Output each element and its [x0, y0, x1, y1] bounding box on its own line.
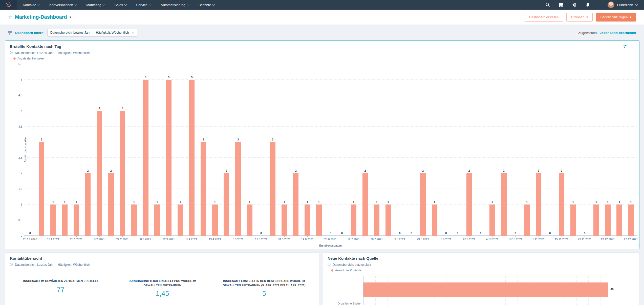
- bar[interactable]: [108, 173, 114, 236]
- bar[interactable]: [362, 173, 368, 236]
- filter-chip-frequency: Häufigkeit: Wöchentlich: [96, 31, 129, 34]
- assigned-permission-link[interactable]: Jeder kann bearbeiten: [600, 31, 636, 35]
- bar[interactable]: [524, 205, 530, 236]
- stat-value: 77: [17, 286, 104, 294]
- bar-value-label: 2: [538, 169, 539, 172]
- close-icon[interactable]: ×: [132, 31, 135, 35]
- account-menu[interactable]: Punktzehn: [608, 2, 637, 8]
- nav-item-service[interactable]: Service: [136, 3, 151, 7]
- bar[interactable]: [85, 173, 91, 236]
- daily-chart-plot: Anzahl der Kontakte 00,511,522,533,544,5…: [24, 64, 637, 236]
- bar[interactable]: [166, 80, 171, 236]
- nav-item-kontakte[interactable]: Kontakte: [23, 3, 40, 7]
- bar[interactable]: [432, 205, 437, 236]
- bar[interactable]: [374, 205, 379, 236]
- bar[interactable]: [270, 142, 275, 236]
- add-report-button[interactable]: Bericht hinzufügen▾: [596, 13, 636, 22]
- options-button[interactable]: Optionen▾: [566, 13, 592, 22]
- kebab-menu-icon[interactable]: ⋮: [631, 44, 635, 49]
- bar[interactable]: [570, 205, 576, 236]
- legend-label: Anzahl der Kontakte: [335, 269, 361, 272]
- x-tick-label: 23.8.2021: [417, 238, 429, 241]
- search-icon[interactable]: [545, 3, 550, 7]
- bar[interactable]: [489, 205, 495, 236]
- report-filter-icon[interactable]: [623, 46, 627, 47]
- bar[interactable]: [189, 80, 195, 236]
- bar[interactable]: [559, 173, 564, 236]
- bar-slot: 0: [475, 64, 486, 236]
- bar-value-label: 1: [353, 200, 354, 204]
- stat-average-per-week: DURCHSCHNITTLICH ERSTELLT PRO WOCHE IM G…: [112, 279, 213, 298]
- dashboard-filter-link[interactable]: Dashboard filtern: [15, 31, 44, 35]
- bar[interactable]: [178, 205, 183, 236]
- button-label: Optionen: [571, 15, 584, 19]
- bar-value-label: 2: [226, 169, 227, 172]
- nav-item-automatisierung[interactable]: Automatisierung: [161, 3, 189, 7]
- bar-slot: 4: [117, 64, 128, 236]
- bar[interactable]: [247, 205, 252, 236]
- bar-slot: 1: [348, 64, 359, 236]
- subtitle-divider: [56, 263, 56, 266]
- chevron-down-icon: [187, 3, 189, 6]
- info-icon[interactable]: ⓘ: [10, 51, 13, 55]
- bar[interactable]: [316, 205, 322, 236]
- bar[interactable]: [593, 205, 599, 236]
- bar[interactable]: [131, 205, 137, 236]
- bar-slot: 1: [313, 64, 325, 236]
- bar[interactable]: [628, 205, 634, 236]
- bar[interactable]: [97, 111, 102, 236]
- bar[interactable]: [143, 80, 148, 236]
- bar-value-label: 3: [237, 138, 239, 141]
- bar[interactable]: [154, 205, 160, 236]
- favorite-star-icon[interactable]: ☆: [8, 14, 12, 20]
- filter-chip[interactable]: Datumsbereich: Letztes Jahr Häufigkeit: …: [48, 29, 137, 36]
- nav-item-berichte[interactable]: Berichte: [199, 3, 215, 7]
- nav-item-konversationen[interactable]: Konversationen: [49, 3, 77, 7]
- bar[interactable]: [305, 205, 310, 236]
- bar[interactable]: [501, 173, 507, 236]
- settings-gear-icon[interactable]: [572, 3, 577, 7]
- bar[interactable]: [201, 142, 206, 236]
- bar[interactable]: [235, 142, 241, 236]
- bar[interactable]: [351, 205, 356, 236]
- filter-sliders-icon[interactable]: [8, 31, 12, 34]
- x-tick-mark: [631, 236, 631, 237]
- bar[interactable]: [212, 205, 218, 236]
- bar-slot: 1: [614, 64, 625, 236]
- bar-value-label: 1: [376, 200, 377, 204]
- stat-value: 1,45: [119, 290, 206, 298]
- bar[interactable]: [385, 205, 391, 236]
- nav-item-sales[interactable]: Sales: [114, 3, 126, 7]
- contacts-by-day-report-card: Erstellte Kontakte nach Tag ⓘ Datumsbere…: [5, 40, 639, 249]
- create-dashboard-button[interactable]: Dashboard erstellen: [525, 13, 563, 22]
- bar[interactable]: [293, 173, 298, 236]
- x-tick-label: 26.7.2021: [371, 238, 383, 241]
- bar[interactable]: [50, 205, 56, 236]
- bar[interactable]: [120, 111, 125, 236]
- bar[interactable]: [536, 173, 541, 236]
- bar-slot: 2: [359, 64, 371, 236]
- marketplace-icon[interactable]: [559, 3, 563, 7]
- nav-item-marketing[interactable]: Marketing: [86, 3, 105, 7]
- hubspot-logo[interactable]: [0, 0, 17, 10]
- stat-label: DURCHSCHNITTLICH ERSTELLT PRO WOCHE IM G…: [119, 279, 206, 287]
- y-tick-label: 1: [21, 203, 22, 206]
- bar-value-label: 1: [526, 200, 528, 204]
- info-icon[interactable]: ⓘ: [10, 262, 13, 267]
- bar[interactable]: [282, 205, 287, 236]
- info-icon[interactable]: ⓘ: [328, 262, 331, 267]
- bar-value-label: 2: [561, 169, 562, 172]
- bar[interactable]: [617, 205, 622, 236]
- bar[interactable]: [39, 142, 45, 236]
- x-tick-label: 19.4.2021: [209, 238, 221, 241]
- bar[interactable]: [420, 173, 426, 236]
- bar[interactable]: [363, 282, 608, 297]
- notifications-bell-icon[interactable]: [585, 3, 590, 7]
- title-caret-icon[interactable]: ▾: [70, 15, 71, 19]
- bar[interactable]: [224, 173, 229, 236]
- bar[interactable]: [62, 205, 68, 236]
- bar-slot: 1: [625, 64, 637, 236]
- bar[interactable]: [605, 205, 611, 236]
- bar[interactable]: [466, 173, 472, 236]
- bar[interactable]: [74, 205, 79, 236]
